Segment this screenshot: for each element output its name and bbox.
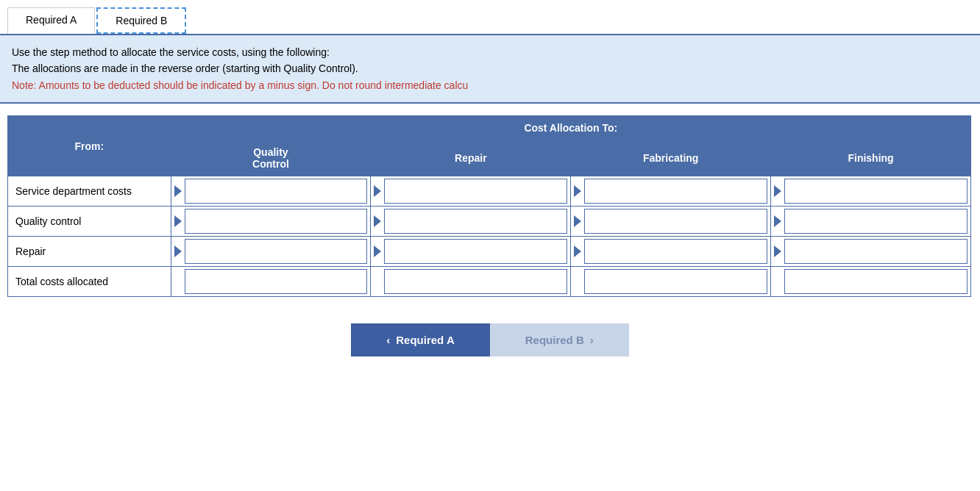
arrow-repair-qc	[174, 246, 182, 257]
cell-total-fabricating	[571, 267, 771, 297]
input-total-repair[interactable]	[384, 269, 567, 294]
instruction-line2: The allocations are made in the reverse …	[12, 60, 968, 76]
tab-required-b[interactable]: Required B	[96, 7, 186, 34]
col-header-quality-control: QualityControl	[171, 140, 371, 176]
input-qc-qc[interactable]	[185, 209, 368, 234]
prev-label: Required A	[396, 334, 454, 346]
tab-required-a[interactable]: Required A	[7, 7, 95, 34]
arrow-service-finishing	[774, 185, 781, 197]
tab-required-b-label: Required B	[116, 15, 167, 26]
arrow-qc-qc	[174, 215, 182, 227]
arrow-repair-repair	[374, 246, 381, 257]
cost-allocation-table: From: Cost Allocation To: QualityControl…	[7, 115, 971, 297]
input-service-qc[interactable]	[185, 179, 368, 204]
arrow-qc-repair	[374, 215, 381, 227]
arrow-service-repair	[374, 185, 381, 197]
cell-total-repair	[371, 267, 571, 297]
input-repair-repair[interactable]	[384, 239, 567, 264]
arrow-service-qc	[174, 185, 182, 197]
cell-qc-qc	[171, 207, 371, 237]
input-total-finishing[interactable]	[784, 269, 967, 294]
next-label: Required B	[525, 334, 584, 346]
col-header-repair: Repair	[371, 140, 571, 176]
input-service-repair[interactable]	[384, 179, 567, 204]
tabs-container: Required A Required B	[0, 0, 980, 35]
next-button: Required B ›	[490, 323, 629, 356]
cell-repair-finishing	[771, 237, 971, 267]
input-qc-fabricating[interactable]	[584, 209, 767, 234]
col-header-fabricating: Fabricating	[571, 140, 771, 176]
cell-repair-fabricating	[571, 237, 771, 267]
nav-buttons: ‹ Required A Required B ›	[0, 309, 980, 371]
from-label: From:	[74, 140, 104, 152]
cell-qc-fabricating	[571, 207, 771, 237]
cell-qc-repair	[371, 207, 571, 237]
cell-service-repair	[371, 176, 571, 207]
cell-total-qc	[171, 267, 371, 297]
arrow-qc-finishing	[774, 215, 781, 227]
input-total-qc[interactable]	[185, 269, 368, 294]
cell-service-fabricating	[571, 176, 771, 207]
input-service-finishing[interactable]	[784, 179, 967, 204]
input-repair-finishing[interactable]	[784, 239, 967, 264]
instructions-box: Use the step method to allocate the serv…	[0, 35, 980, 104]
arrow-service-fabricating	[574, 185, 581, 197]
col-header-finishing: Finishing	[771, 140, 971, 176]
prev-chevron: ‹	[386, 334, 390, 346]
arrow-repair-finishing	[774, 246, 781, 257]
cell-service-finishing	[771, 176, 971, 207]
input-service-fabricating[interactable]	[584, 179, 767, 204]
cell-service-qc	[171, 176, 371, 207]
instruction-line1: Use the step method to allocate the serv…	[12, 44, 968, 60]
cell-repair-repair	[371, 237, 571, 267]
input-total-fabricating[interactable]	[584, 269, 767, 294]
row-label-total: Total costs allocated	[8, 267, 171, 297]
prev-button[interactable]: ‹ Required A	[351, 323, 489, 356]
row-label-qc: Quality control	[8, 207, 171, 237]
table-row: Repair	[8, 237, 971, 267]
arrow-qc-fabricating	[574, 215, 581, 227]
table-row: Service department costs	[8, 176, 971, 207]
input-repair-fabricating[interactable]	[584, 239, 767, 264]
table-wrapper: From: Cost Allocation To: QualityControl…	[0, 104, 980, 309]
cell-repair-qc	[171, 237, 371, 267]
instruction-note: Note: Amounts to be deducted should be i…	[12, 77, 968, 93]
from-header: From:	[8, 116, 171, 176]
table-row: Total costs allocated	[8, 267, 971, 297]
table-row: Quality control	[8, 207, 971, 237]
header-span-label: Cost Allocation To:	[524, 122, 617, 134]
cell-qc-finishing	[771, 207, 971, 237]
arrow-repair-fabricating	[574, 246, 581, 257]
next-chevron: ›	[590, 334, 594, 346]
cost-allocation-header: Cost Allocation To:	[171, 116, 970, 140]
cell-total-finishing	[771, 267, 971, 297]
input-qc-repair[interactable]	[384, 209, 567, 234]
row-label-repair: Repair	[8, 237, 171, 267]
input-repair-qc[interactable]	[185, 239, 368, 264]
input-qc-finishing[interactable]	[784, 209, 967, 234]
tab-required-a-label: Required A	[26, 14, 77, 26]
row-label-service: Service department costs	[8, 176, 171, 207]
